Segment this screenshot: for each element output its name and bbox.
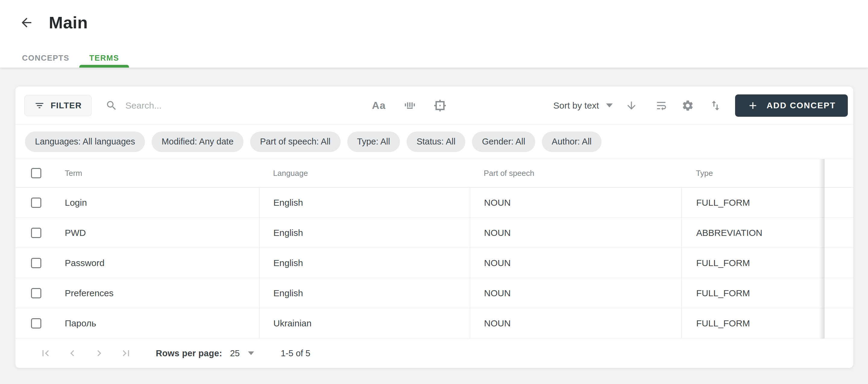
cell-language: English bbox=[259, 278, 470, 308]
terms-table: Term Language Part of speech Type Login … bbox=[16, 159, 853, 338]
cell-term: Пароль bbox=[55, 318, 259, 328]
chip-gender-label: Gender: All bbox=[482, 137, 525, 147]
plus-icon bbox=[747, 100, 758, 111]
cell-term: Password bbox=[55, 258, 259, 268]
column-header-type: Type bbox=[681, 159, 824, 187]
cell-part-of-speech: NOUN bbox=[470, 188, 681, 217]
chip-author[interactable]: Author: All bbox=[542, 131, 601, 152]
tab-concepts-label: CONCEPTS bbox=[22, 53, 69, 63]
cell-type: FULL_FORM bbox=[681, 248, 824, 278]
first-page-button[interactable] bbox=[39, 347, 52, 360]
table-row[interactable]: Preferences English NOUN FULL_FORM bbox=[16, 278, 853, 308]
row-checkbox[interactable] bbox=[31, 318, 41, 328]
active-tab-underline bbox=[79, 65, 129, 67]
toolbar: FILTER Aa bbox=[16, 87, 853, 125]
last-page-button[interactable] bbox=[119, 347, 133, 360]
chip-gender[interactable]: Gender: All bbox=[472, 131, 535, 152]
focus-frame-toggle[interactable] bbox=[433, 99, 447, 112]
chip-languages-label: Languages: All languages bbox=[35, 137, 135, 147]
page-header: Main CONCEPTS TERMS bbox=[0, 0, 868, 68]
chip-part-of-speech-label: Part of speech: All bbox=[260, 137, 331, 147]
chevron-left-icon bbox=[66, 347, 79, 359]
filter-chips-row: Languages: All languages Modified: Any d… bbox=[16, 125, 853, 159]
pinned-cell bbox=[824, 278, 853, 308]
chip-status[interactable]: Status: All bbox=[407, 131, 465, 152]
row-checkbox[interactable] bbox=[31, 288, 41, 298]
match-word-icon bbox=[403, 99, 416, 112]
focus-frame-icon bbox=[433, 99, 447, 112]
first-page-icon bbox=[39, 347, 52, 359]
next-page-button[interactable] bbox=[93, 347, 106, 360]
column-header-term: Term bbox=[55, 169, 259, 178]
chip-part-of-speech[interactable]: Part of speech: All bbox=[250, 131, 341, 152]
row-checkbox[interactable] bbox=[31, 198, 41, 208]
chip-modified-label: Modified: Any date bbox=[161, 137, 234, 147]
last-page-icon bbox=[120, 347, 132, 359]
search-option-icons: Aa bbox=[372, 99, 446, 112]
cell-part-of-speech: NOUN bbox=[470, 248, 681, 278]
sort-direction-button[interactable] bbox=[625, 99, 638, 112]
chip-status-label: Status: All bbox=[416, 137, 456, 147]
rows-per-page-label: Rows per page: bbox=[156, 348, 222, 358]
search-input[interactable] bbox=[125, 100, 336, 111]
cell-term: PWD bbox=[55, 228, 259, 238]
search-box bbox=[105, 99, 336, 112]
chevron-right-icon bbox=[93, 347, 105, 359]
chip-modified[interactable]: Modified: Any date bbox=[152, 131, 244, 152]
settings-button[interactable] bbox=[681, 99, 694, 112]
tab-bar: CONCEPTS TERMS bbox=[12, 48, 129, 67]
toolbar-right-icons: ADD CONCEPT bbox=[613, 94, 848, 117]
tab-terms[interactable]: TERMS bbox=[79, 48, 129, 67]
chip-type-label: Type: All bbox=[357, 137, 390, 147]
sort-label: Sort by text bbox=[553, 100, 599, 111]
terms-card: FILTER Aa bbox=[16, 87, 853, 368]
column-header-language: Language bbox=[259, 159, 470, 187]
search-icon bbox=[105, 99, 118, 112]
main-content: FILTER Aa bbox=[0, 68, 868, 368]
match-case-toggle[interactable]: Aa bbox=[372, 99, 385, 111]
arrow-down-icon bbox=[625, 99, 638, 112]
cell-language: English bbox=[259, 188, 470, 217]
chip-type[interactable]: Type: All bbox=[347, 131, 400, 152]
previous-page-button[interactable] bbox=[66, 347, 79, 360]
cell-language: Ukrainian bbox=[259, 308, 470, 338]
table-row[interactable]: Пароль Ukrainian NOUN FULL_FORM bbox=[16, 308, 853, 338]
add-concept-button[interactable]: ADD CONCEPT bbox=[735, 94, 848, 117]
gear-icon bbox=[681, 99, 694, 112]
wrap-text-icon bbox=[655, 99, 668, 112]
filter-list-icon bbox=[34, 100, 44, 111]
wrap-text-button[interactable] bbox=[655, 99, 668, 112]
tab-concepts[interactable]: CONCEPTS bbox=[12, 48, 79, 67]
sort-select[interactable]: Sort by text bbox=[553, 100, 613, 111]
rows-per-page-value[interactable]: 25 bbox=[230, 348, 240, 358]
cell-type: FULL_FORM bbox=[681, 278, 824, 308]
arrow-back-icon bbox=[19, 16, 34, 30]
swap-vertical-icon bbox=[709, 99, 722, 112]
row-checkbox[interactable] bbox=[31, 228, 41, 238]
cell-type: FULL_FORM bbox=[681, 188, 824, 217]
cell-language: English bbox=[259, 248, 470, 278]
match-word-toggle[interactable] bbox=[403, 99, 416, 112]
select-all-checkbox[interactable] bbox=[31, 168, 41, 178]
column-header-part-of-speech: Part of speech bbox=[470, 159, 681, 187]
table-row[interactable]: PWD English NOUN ABBREVIATION bbox=[16, 218, 853, 248]
sort-caret-icon bbox=[606, 104, 613, 108]
rows-per-page-caret-icon[interactable] bbox=[248, 351, 254, 355]
pinned-column-header bbox=[824, 159, 853, 187]
paginator: Rows per page: 25 1-5 of 5 bbox=[16, 338, 853, 368]
table-row[interactable]: Login English NOUN FULL_FORM bbox=[16, 188, 853, 218]
pinned-cell bbox=[824, 218, 853, 248]
table-row[interactable]: Password English NOUN FULL_FORM bbox=[16, 248, 853, 278]
back-button[interactable] bbox=[19, 15, 34, 30]
swap-order-button[interactable] bbox=[709, 99, 722, 112]
page-title: Main bbox=[49, 13, 88, 32]
table-header-row: Term Language Part of speech Type bbox=[16, 159, 853, 188]
cell-part-of-speech: NOUN bbox=[470, 218, 681, 248]
title-row: Main bbox=[0, 0, 868, 32]
row-checkbox[interactable] bbox=[31, 258, 41, 268]
chip-languages[interactable]: Languages: All languages bbox=[25, 131, 145, 152]
cell-part-of-speech: NOUN bbox=[470, 308, 681, 338]
filter-button[interactable]: FILTER bbox=[24, 95, 92, 116]
chip-author-label: Author: All bbox=[552, 137, 592, 147]
filter-button-label: FILTER bbox=[51, 101, 82, 110]
